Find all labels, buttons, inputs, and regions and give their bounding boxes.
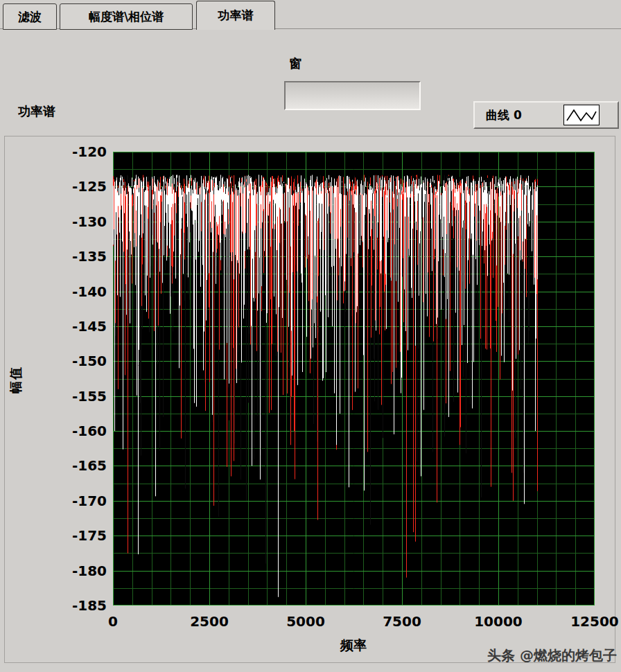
- x-tick-label: 10000: [474, 614, 523, 629]
- graph-caption: 功率谱: [18, 103, 55, 120]
- x-axis-title: 频率: [340, 637, 367, 655]
- y-tick-label: -180: [5, 563, 107, 578]
- y-tick-label: -150: [5, 353, 107, 369]
- waveform-icon[interactable]: [563, 105, 600, 125]
- y-tick-label: -120: [5, 144, 107, 159]
- y-tick-label: -160: [5, 423, 107, 439]
- legend-curve-label: 曲线 0: [486, 107, 522, 123]
- y-tick-label: -170: [5, 493, 107, 509]
- y-tick-label: -175: [5, 528, 107, 543]
- plot-legend: 曲线 0: [473, 101, 619, 129]
- y-tick-label: -185: [5, 598, 107, 613]
- power-spectrum-plot: [113, 152, 595, 605]
- window-control-label: 窗: [289, 55, 301, 72]
- tab-filter[interactable]: 滤波: [3, 3, 57, 30]
- tab-power-spectrum[interactable]: 功率谱: [196, 1, 275, 30]
- tab-amplitude-phase-spectrum[interactable]: 幅度谱\相位谱: [60, 3, 193, 30]
- y-tick-label: -125: [5, 179, 107, 194]
- watermark-text: 头条 @燃烧的烤包子: [487, 646, 617, 665]
- x-tick-label: 0: [108, 614, 118, 629]
- x-tick-label: 2500: [190, 614, 229, 629]
- y-tick-label: -145: [5, 319, 107, 334]
- y-tick-label: -165: [5, 458, 107, 473]
- x-tick-label: 5000: [286, 614, 325, 629]
- y-tick-label: -140: [5, 284, 107, 299]
- power-spectrum-graph: 幅值 -120-125-130-135-140-145-150-155-160-…: [4, 136, 615, 663]
- x-tick-label: 12500: [570, 614, 619, 629]
- y-tick-label: -130: [5, 214, 107, 229]
- y-tick-label: -155: [5, 389, 107, 404]
- y-tick-label: -135: [5, 249, 107, 264]
- x-tick-label: 7500: [383, 614, 421, 629]
- labview-front-panel: 滤波 幅度谱\相位谱 功率谱 窗 功率谱 曲线 0 幅值 -120-125-13…: [0, 0, 621, 672]
- window-control-input[interactable]: [284, 81, 421, 110]
